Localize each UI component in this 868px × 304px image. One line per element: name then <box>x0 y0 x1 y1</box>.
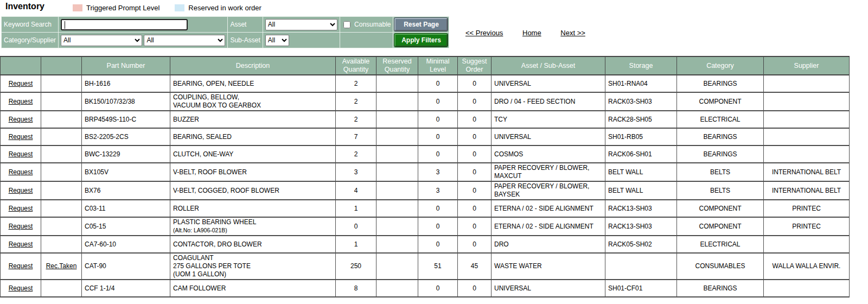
request-link[interactable]: Request <box>9 240 33 248</box>
legend-reserved-label: Reserved in work order <box>188 4 261 12</box>
keyword-search-input[interactable] <box>61 19 188 30</box>
minimal-level-cell: 0 <box>418 236 458 253</box>
table-row: Request BX76 V-BELT, COGGED, ROOF BLOWER… <box>1 181 850 200</box>
part-number-cell: BK150/107/32/38 <box>82 92 170 111</box>
home-link[interactable]: Home <box>522 29 541 37</box>
available-quantity-cell: 2 <box>336 145 376 163</box>
supplier-cell <box>764 111 850 128</box>
supplier-cell <box>764 236 850 253</box>
category-cell: BELTS <box>677 181 764 200</box>
supplier-cell: INTERNATIONAL BELT <box>764 163 850 181</box>
request-link[interactable]: Request <box>9 205 33 212</box>
description-text: BEARING, OPEN, NEEDLE <box>173 80 333 88</box>
description-text: CAM FOLLOWER <box>173 284 333 293</box>
suggest-order-cell: 0 <box>458 236 492 253</box>
description-cell: BUZZER <box>170 111 336 128</box>
minimal-level-cell: 0 <box>418 280 458 297</box>
sub-asset-select[interactable]: All <box>265 35 289 46</box>
storage-cell: RACK05-SH02 <box>605 236 677 253</box>
request-link[interactable]: Request <box>9 223 33 230</box>
reserved-quantity-cell <box>376 163 418 181</box>
description-cell: CAM FOLLOWER <box>170 280 336 297</box>
asset-label: Asset <box>228 17 263 33</box>
rec-taken-link[interactable]: Rec.Taken <box>46 262 77 270</box>
column-header: Minimal Level <box>418 56 458 75</box>
request-link[interactable]: Request <box>9 116 33 123</box>
description-cell: CONTACTOR, DRO BLOWER <box>170 236 336 253</box>
request-link[interactable]: Request <box>9 98 33 105</box>
request-link[interactable]: Request <box>9 168 33 176</box>
available-quantity-cell: 3 <box>336 163 376 181</box>
available-quantity-cell: 2 <box>336 111 376 128</box>
table-row: Request C03-11 ROLLER 1 0 0 ETERNA / 02 … <box>1 200 850 217</box>
column-header: Description <box>170 56 336 75</box>
description-text: V-BELT, ROOF BLOWER <box>173 168 333 176</box>
request-link[interactable]: Request <box>9 284 33 292</box>
reset-page-button[interactable]: Reset Page <box>394 18 448 31</box>
description-text: BUZZER <box>173 116 333 124</box>
inventory-table: Part NumberDescriptionAvailable Quantity… <box>0 56 850 297</box>
available-quantity-cell: 1 <box>336 236 376 253</box>
description-text: ROLLER <box>173 205 333 213</box>
category-cell: ELECTRICAL <box>677 236 764 253</box>
storage-cell: SH01-RNA04 <box>605 75 677 92</box>
category-cell: BEARINGS <box>677 280 764 297</box>
page-title: Inventory <box>5 2 44 11</box>
reserved-quantity-cell <box>376 253 418 280</box>
column-header <box>1 56 41 75</box>
available-quantity-cell: 4 <box>336 181 376 200</box>
minimal-level-cell: 0 <box>418 128 458 145</box>
table-row: Request BH-1616 BEARING, OPEN, NEEDLE 2 … <box>1 75 850 92</box>
consumable-label: Consumable <box>354 21 391 28</box>
available-quantity-cell: 0 <box>336 217 376 236</box>
available-quantity-cell: 1 <box>336 200 376 217</box>
part-number-cell: C05-15 <box>82 217 170 236</box>
asset-sub-asset-cell: UNIVERSAL <box>492 75 605 92</box>
reserved-quantity-cell <box>376 111 418 128</box>
supplier-select[interactable]: All <box>144 35 225 46</box>
suggest-order-cell: 0 <box>458 92 492 111</box>
reserved-quantity-cell <box>376 181 418 200</box>
storage-cell: RACK03-SH03 <box>605 92 677 111</box>
description-cell: BEARING, OPEN, NEEDLE <box>170 75 336 92</box>
available-quantity-cell: 2 <box>336 75 376 92</box>
request-link[interactable]: Request <box>9 80 33 87</box>
column-header: Asset / Sub-Asset <box>492 56 605 75</box>
category-cell: COMPONENT <box>677 200 764 217</box>
asset-sub-asset-cell: ETERNA / 02 - SIDE ALIGNMENT <box>492 217 605 236</box>
asset-sub-asset-cell: DRO / 04 - FEED SECTION <box>492 92 605 111</box>
description-text: COUPLING, BELLOW, VACUUM BOX TO GEARBOX <box>173 93 333 110</box>
table-row: Request BX105V V-BELT, ROOF BLOWER 3 3 0… <box>1 163 850 181</box>
pagination-nav: << Previous Home Next >> <box>465 29 603 37</box>
suggest-order-cell: 0 <box>458 128 492 145</box>
reserved-quantity-cell <box>376 200 418 217</box>
supplier-cell: PRINTEC <box>764 200 850 217</box>
part-number-cell: BH-1616 <box>82 75 170 92</box>
category-select[interactable]: All <box>61 35 142 46</box>
description-text: BEARING, SEALED <box>173 133 333 141</box>
legend: Triggered Prompt Level Reserved in work … <box>73 4 261 12</box>
suggest-order-cell: 0 <box>458 200 492 217</box>
category-cell: BEARINGS <box>677 75 764 92</box>
column-header: Storage <box>605 56 677 75</box>
consumable-checkbox[interactable] <box>343 21 350 28</box>
storage-cell: SH01-RB05 <box>605 128 677 145</box>
part-number-cell: CAT-90 <box>82 253 170 280</box>
triggered-prompt-swatch <box>73 4 82 11</box>
description-cell: ROLLER <box>170 200 336 217</box>
next-link[interactable]: Next >> <box>560 29 585 37</box>
category-supplier-label: Category/Supplier <box>2 33 59 48</box>
part-number-cell: BX76 <box>82 181 170 200</box>
asset-select[interactable]: All <box>265 19 337 30</box>
storage-cell: RACK06-SH01 <box>605 145 677 163</box>
request-link[interactable]: Request <box>9 150 33 158</box>
previous-link[interactable]: << Previous <box>465 29 503 37</box>
request-link[interactable]: Request <box>9 187 33 194</box>
available-quantity-cell: 7 <box>336 128 376 145</box>
available-quantity-cell: 2 <box>336 92 376 111</box>
request-link[interactable]: Request <box>9 133 33 141</box>
column-header: Supplier <box>764 56 850 75</box>
part-number-cell: BX105V <box>82 163 170 181</box>
apply-filters-button[interactable]: Apply Filters <box>394 34 448 47</box>
request-link[interactable]: Request <box>9 262 33 270</box>
